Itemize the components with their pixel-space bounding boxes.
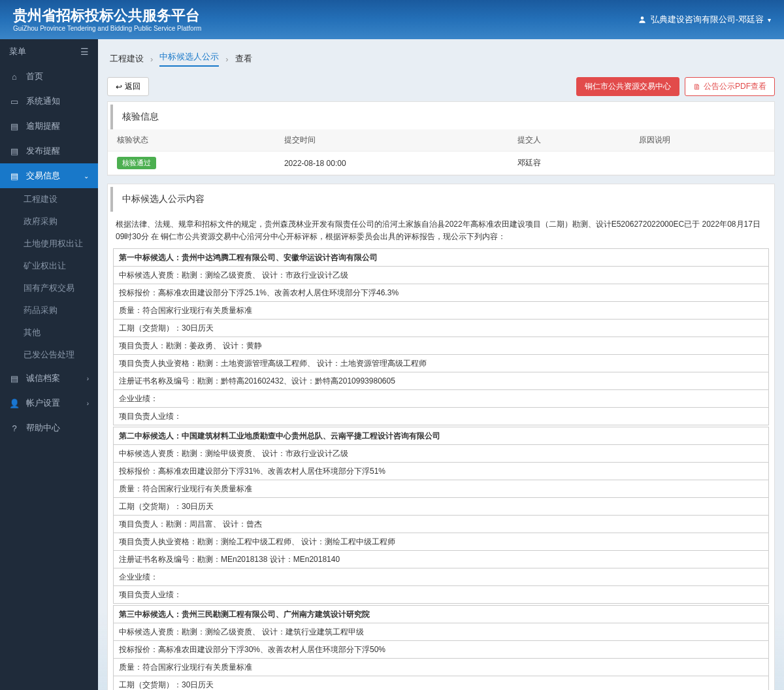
breadcrumb-1[interactable]: 中标候选人公示	[159, 51, 219, 67]
header-title: 贵州省招标投标公共服务平台	[13, 7, 201, 24]
candidate-row: 项目负责人业绩：	[114, 408, 769, 425]
sidebar-sub-1[interactable]: 政府采购	[0, 210, 98, 233]
sidebar-item-3[interactable]: ▤发布提醒	[0, 139, 98, 163]
sidebar-icon: ▭	[9, 97, 20, 107]
breadcrumb: 工程建设 › 中标候选人公示 › 查看	[107, 46, 775, 72]
candidate-row: 投标报价：高标准农田建设部分下浮25.1%、改善农村人居住环境部分下浮46.3%	[114, 284, 769, 302]
candidate-row: 中标候选人资质：勘测：测绘乙级资质、 设计：建筑行业建筑工程甲级	[114, 623, 769, 641]
sidebar-icon: ?	[9, 423, 20, 433]
candidate-row: 质量：符合国家行业现行有关质量标准	[114, 659, 769, 676]
verify-table: 核验状态 提交时间 提交人 原因说明 核验通过 2022-08-18 00:00…	[108, 129, 774, 175]
sidebar-icon: ⌂	[9, 72, 20, 82]
announce-panel: 中标候选人公示内容 根据法律、法规、规章和招标文件的规定，贵州森茂林业开发有限责…	[107, 184, 775, 690]
breadcrumb-sep: ›	[225, 54, 228, 64]
sidebar-label: 交易信息	[26, 170, 60, 182]
verify-row: 核验通过 2022-08-18 00:00 邓廷容	[108, 152, 774, 175]
candidate-row: 投标报价：高标准农田建设部分下浮30%、改善农村人居住环境部分下浮50%	[114, 641, 769, 659]
sidebar-icon: ▤	[9, 122, 20, 131]
sidebar-item-4[interactable]: ▤交易信息⌄	[0, 163, 98, 188]
trade-center-button[interactable]: 铜仁市公共资源交易中心	[576, 77, 679, 96]
sidebar-sub-7[interactable]: 已发公告处理	[0, 344, 98, 366]
candidate-row: 项目负责人执业资格：勘测：土地资源管理高级工程师、 设计：土地资源管理高级工程师	[114, 355, 769, 372]
back-label: 返回	[125, 81, 140, 92]
candidate-row: 注册证书名称及编号：勘测：MEn2018138 设计：MEn2018140	[114, 551, 769, 568]
candidate-row: 质量：符合国家行业现行有关质量标准	[114, 480, 769, 498]
sidebar-label: 帐户设置	[26, 397, 60, 409]
chevron-icon: ›	[87, 375, 89, 382]
candidate-row: 注册证书名称及编号：勘测：黔特高201602432、设计：黔特高20109939…	[114, 372, 769, 390]
cell-time: 2022-08-18 00:00	[275, 152, 508, 175]
menu-toggle-icon[interactable]: ☰	[80, 46, 89, 57]
svg-point-0	[640, 16, 644, 20]
verify-panel: 核验信息 核验状态 提交时间 提交人 原因说明 核验通过 2022-08-18 …	[107, 101, 775, 176]
sidebar-item-2[interactable]: ▤逾期提醒	[0, 114, 98, 139]
sidebar-sub-3[interactable]: 矿业权出让	[0, 255, 98, 277]
sidebar-item-5[interactable]: ▤诚信档案›	[0, 366, 98, 391]
th-time: 提交时间	[275, 129, 508, 152]
sidebar-item-6[interactable]: 👤帐户设置›	[0, 391, 98, 416]
candidate-row: 投标报价：高标准农田建设部分下浮31%、改善农村人居住环境部分下浮51%	[114, 463, 769, 480]
status-badge: 核验通过	[117, 157, 156, 169]
candidate-row: 中标候选人资质：勘测：测绘甲级资质、 设计：市政行业设计乙级	[114, 445, 769, 463]
th-submitter: 提交人	[508, 129, 630, 152]
sidebar-icon: 👤	[9, 399, 20, 408]
chevron-down-icon: ▾	[768, 16, 771, 24]
sidebar-label: 首页	[26, 71, 43, 82]
sidebar-label: 诚信档案	[26, 372, 60, 384]
sidebar-sub-2[interactable]: 土地使用权出让	[0, 233, 98, 255]
candidate-row: 工期（交货期）：30日历天	[114, 676, 769, 690]
candidate-rank: 第二中标候选人：中国建筑材料工业地质勘查中心贵州总队、云南平捷工程设计咨询有限公…	[114, 427, 769, 445]
candidate-row: 工期（交货期）：30日历天	[114, 498, 769, 516]
th-status: 核验状态	[108, 129, 275, 152]
candidate-row: 企业业绩：	[114, 568, 769, 586]
sidebar-item-7[interactable]: ?帮助中心	[0, 416, 98, 440]
sidebar-sub-0[interactable]: 工程建设	[0, 188, 98, 210]
sidebar-icon: ▤	[9, 374, 20, 384]
back-icon: ↩	[116, 82, 122, 91]
sidebar-item-0[interactable]: ⌂首页	[0, 64, 98, 89]
candidate-row: 项目负责人：勘测：姜政勇、 设计：黄静	[114, 337, 769, 355]
cell-submitter: 邓廷容	[508, 152, 630, 175]
sidebar-label: 系统通知	[26, 95, 60, 107]
candidate-table-2: 第三中标候选人：贵州三民勘测工程有限公司、广州南方建筑设计研究院中标候选人资质：…	[113, 605, 769, 690]
candidate-row: 中标候选人资质：勘测：测绘乙级资质、 设计：市政行业设计乙级	[114, 267, 769, 284]
chevron-icon: ›	[87, 400, 89, 407]
announce-intro: 根据法律、法规、规章和招标文件的规定，贵州森茂林业开发有限责任公司的沿河土家族自…	[113, 214, 769, 247]
user-icon	[638, 15, 647, 24]
candidate-row: 质量：符合国家行业现行有关质量标准	[114, 302, 769, 320]
sidebar-item-1[interactable]: ▭系统通知	[0, 89, 98, 114]
candidate-row: 项目负责人业绩：	[114, 586, 769, 604]
main-content: 工程建设 › 中标候选人公示 › 查看 ↩ 返回 铜仁市公共资源交易中心 🗎 公…	[98, 39, 784, 690]
sidebar-icon: ▤	[9, 171, 20, 181]
sidebar-sub-5[interactable]: 药品采购	[0, 299, 98, 321]
candidate-row: 项目负责人：勘测：周昌富、 设计：曾杰	[114, 516, 769, 533]
user-menu[interactable]: 弘典建设咨询有限公司-邓廷容 ▾	[638, 14, 771, 25]
menu-label: 菜单	[9, 46, 26, 58]
sidebar: 菜单 ☰ ⌂首页▭系统通知▤逾期提醒▤发布提醒▤交易信息⌄工程建设政府采购土地使…	[0, 39, 98, 690]
th-reason: 原因说明	[630, 129, 774, 152]
header-subtitle: GuiZhou Province Tendering and Bidding P…	[13, 25, 201, 32]
user-name: 弘典建设咨询有限公司-邓廷容	[651, 14, 764, 25]
chevron-icon: ⌄	[84, 172, 89, 180]
cell-reason	[630, 152, 774, 175]
announce-title: 中标候选人公示内容	[110, 187, 774, 212]
breadcrumb-0[interactable]: 工程建设	[110, 53, 144, 65]
sidebar-label: 逾期提醒	[26, 120, 60, 132]
sidebar-label: 帮助中心	[26, 422, 60, 434]
sidebar-sub-6[interactable]: 其他	[0, 321, 98, 344]
breadcrumb-2: 查看	[235, 53, 252, 65]
candidate-row: 工期（交货期）：30日历天	[114, 320, 769, 337]
pdf-label: 公告公示PDF查看	[704, 81, 766, 92]
pdf-view-button[interactable]: 🗎 公告公示PDF查看	[685, 77, 775, 96]
pdf-icon: 🗎	[693, 82, 701, 91]
candidate-row: 项目负责人执业资格：勘测：测绘工程中级工程师、 设计：测绘工程中级工程师	[114, 533, 769, 551]
candidate-row: 企业业绩：	[114, 390, 769, 408]
breadcrumb-sep: ›	[150, 54, 153, 64]
app-header: 贵州省招标投标公共服务平台 GuiZhou Province Tendering…	[0, 0, 784, 39]
candidate-rank: 第三中标候选人：贵州三民勘测工程有限公司、广州南方建筑设计研究院	[114, 606, 769, 623]
back-button[interactable]: ↩ 返回	[107, 77, 149, 96]
verify-title: 核验信息	[110, 105, 774, 129]
candidate-table-0: 第一中标候选人：贵州中达鸿腾工程有限公司、安徽华运设计咨询有限公司中标候选人资质…	[113, 248, 769, 425]
sidebar-sub-4[interactable]: 国有产权交易	[0, 277, 98, 299]
sidebar-icon: ▤	[9, 146, 20, 156]
